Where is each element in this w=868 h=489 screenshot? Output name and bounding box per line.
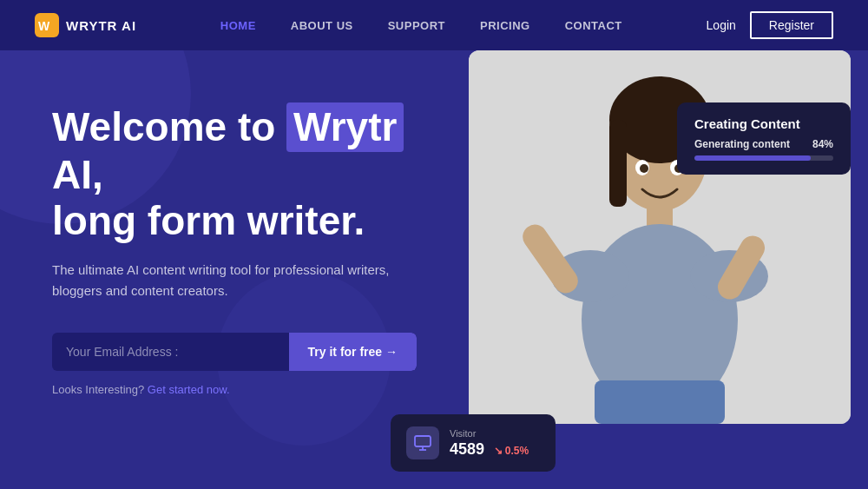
svg-rect-12 xyxy=(595,380,725,424)
login-button[interactable]: Login xyxy=(707,18,736,32)
hero-note: Looks Interesting? Get started now. xyxy=(52,383,434,396)
email-input[interactable] xyxy=(52,333,289,371)
hero-title-line2: long form writer. xyxy=(52,198,365,243)
navbar: W WRYTR AI HOME ABOUT US SUPPORT PRICING… xyxy=(0,0,868,50)
progress-bar xyxy=(694,155,833,161)
hero-title-prefix: Welcome to xyxy=(52,104,275,149)
nav-item-support[interactable]: SUPPORT xyxy=(388,17,445,33)
hero-subtitle: The ultimate AI content writing tool for… xyxy=(52,260,399,301)
register-button[interactable]: Register xyxy=(750,11,833,39)
nav-item-about[interactable]: ABOUT US xyxy=(291,17,353,33)
visitor-count: 4589 xyxy=(450,440,484,458)
hero-right: Creating Content Generating content 84% … xyxy=(391,50,868,489)
nav-link-about[interactable]: ABOUT US xyxy=(291,19,353,32)
creating-content-title: Creating Content xyxy=(694,116,833,131)
visitor-info: Visitor 4589 ↘ 0.5% xyxy=(450,428,529,459)
visitor-trend: ↘ 0.5% xyxy=(494,445,529,457)
hero-title-highlight: Wrytr xyxy=(286,102,404,152)
nav-item-contact[interactable]: CONTACT xyxy=(565,17,622,33)
logo-text: WRYTR AI xyxy=(66,18,136,33)
nav-link-pricing[interactable]: PRICING xyxy=(480,19,530,32)
hero-left: Welcome to Wrytr AI, long form writer. T… xyxy=(0,50,434,489)
hero-note-link[interactable]: Get started now. xyxy=(148,383,230,396)
hero-section: Welcome to Wrytr AI, long form writer. T… xyxy=(0,50,868,489)
nav-item-pricing[interactable]: PRICING xyxy=(480,17,530,33)
creating-content-card: Creating Content Generating content 84% xyxy=(677,102,851,175)
try-free-button[interactable]: Try it for free → xyxy=(289,333,417,371)
svg-text:W: W xyxy=(38,19,50,33)
logo-icon: W xyxy=(35,13,59,37)
visitor-count-row: 4589 ↘ 0.5% xyxy=(450,440,529,459)
generating-label: Generating content xyxy=(694,138,790,150)
generating-percent: 84% xyxy=(812,138,833,150)
visitor-label: Visitor xyxy=(450,428,529,439)
progress-fill xyxy=(694,155,811,161)
nav-item-home[interactable]: HOME xyxy=(220,17,256,33)
nav-link-contact[interactable]: CONTACT xyxy=(565,19,622,32)
hero-note-prefix: Looks Interesting? xyxy=(52,383,144,396)
nav-link-support[interactable]: SUPPORT xyxy=(388,19,445,32)
nav-link-home[interactable]: HOME xyxy=(220,19,256,32)
svg-point-15 xyxy=(640,164,648,173)
logo[interactable]: W WRYTR AI xyxy=(35,13,136,37)
svg-rect-5 xyxy=(609,120,627,207)
email-form: Try it for free → xyxy=(52,333,417,371)
creating-content-label: Generating content 84% xyxy=(694,138,833,150)
nav-auth: Login Register xyxy=(707,11,833,39)
nav-links: HOME ABOUT US SUPPORT PRICING CONTACT xyxy=(220,17,622,33)
hero-title: Welcome to Wrytr AI, long form writer. xyxy=(52,102,434,244)
hero-title-suffix: AI, xyxy=(52,152,103,197)
